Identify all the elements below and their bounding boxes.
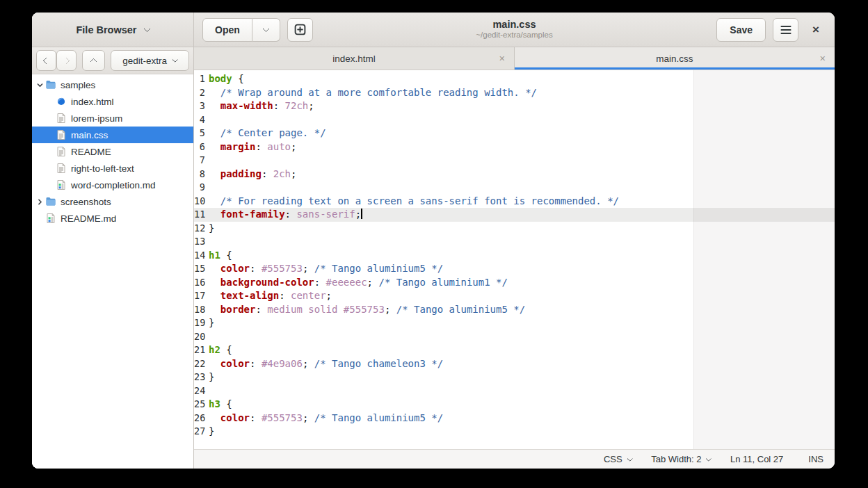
tab-width-selector[interactable]: Tab Width: 2 [651,454,711,464]
new-tab-icon [294,24,306,35]
line-number: 1 [194,72,209,86]
line-number: 2 [194,86,209,100]
line-number: 13 [194,235,209,249]
line-number: 3 [194,99,209,113]
line-number: 8 [194,168,209,181]
tab-main.css[interactable]: main.css× [514,47,835,70]
menu-button[interactable] [773,18,798,42]
gedit-window: File Browser gedit-extra samplesindex.ht… [32,13,835,469]
file-browser-panel: File Browser gedit-extra samplesindex.ht… [32,13,194,469]
tab-label: index.html [332,54,376,64]
chevron-down-icon[interactable] [35,81,45,89]
tree-item-samples[interactable]: samples [32,76,193,93]
line-number: 26 [194,412,209,425]
tree-item-label: main.css [71,130,108,140]
line-number: 16 [194,276,209,290]
new-tab-button[interactable] [287,18,313,42]
line-number: 17 [194,289,209,303]
editor[interactable]: 1body {2 /* Wrap around at a more comfor… [194,70,835,449]
location-label: gedit-extra [122,56,167,66]
file-tree: samplesindex.htmllorem-ipsummain.cssREAD… [32,74,193,469]
window-title-area: main.css ~/gedit-extra/samples [476,19,552,40]
line-number: 24 [194,384,209,398]
tree-item-README.md[interactable]: README.md [32,210,193,227]
open-recent-dropdown-button[interactable] [252,18,280,42]
text-icon [56,129,67,140]
hamburger-menu-icon [780,25,791,35]
open-split-button: Open [202,18,280,42]
line-number: 14 [194,249,209,263]
close-window-button[interactable]: × [805,18,826,42]
text-cursor [361,209,362,219]
forward-button[interactable] [56,50,77,71]
markdown-icon [56,179,67,190]
folder-icon [45,79,56,90]
tree-item-label: README [71,147,111,157]
tree-item-README[interactable]: README [32,143,193,160]
text-icon [56,163,67,174]
language-selector[interactable]: CSS [604,454,632,464]
tree-item-label: samples [61,80,95,90]
line-number: 22 [194,357,209,371]
panel-switcher-button[interactable]: File Browser [32,13,193,47]
tree-item-index.html[interactable]: index.html [32,93,193,110]
document-title: main.css [476,19,552,31]
tab-close-button[interactable]: × [820,53,826,64]
status-bar: CSS Tab Width: 2 Ln 11, Col 27 INS [194,449,835,469]
panel-title: File Browser [76,24,136,35]
open-button[interactable]: Open [202,18,252,42]
markdown-icon [45,213,56,224]
text-icon [56,113,67,124]
chevron-left-icon [43,57,50,64]
chevron-down-icon [143,25,150,32]
tree-item-screenshots[interactable]: screenshots [32,193,193,210]
tree-item-right-to-left-text[interactable]: right-to-left-text [32,160,193,177]
line-number: 23 [194,371,209,384]
file-browser-toolbar: gedit-extra [32,47,193,74]
text-icon [56,146,67,157]
tree-item-label: index.html [71,97,114,107]
tree-item-label: README.md [61,213,116,224]
line-number: 4 [194,113,209,127]
chevron-down-icon [706,455,712,461]
line-number: 11 [194,208,209,222]
folder-icon [45,196,56,207]
tab-bar: index.html×main.css× [194,47,835,70]
tab-label: main.css [656,54,693,64]
line-number: 9 [194,181,209,195]
tab-close-button[interactable]: × [499,53,505,64]
tree-item-label: screenshots [61,197,111,207]
line-number: 10 [194,195,209,209]
line-number: 19 [194,316,209,330]
chevron-right-icon [63,57,70,64]
line-number: 21 [194,343,209,357]
line-number: 5 [194,127,209,140]
tab-width-label: Tab Width: 2 [651,454,701,464]
back-button[interactable] [36,50,56,71]
line-number: 7 [194,154,209,168]
language-label: CSS [604,454,622,464]
history-button-group [36,50,77,71]
header-right-group: Save × [711,18,826,42]
tree-item-lorem-ipsum[interactable]: lorem-ipsum [32,110,193,127]
tab-index.html[interactable]: index.html× [194,47,514,70]
html-icon [56,96,67,107]
chevron-down-icon [262,25,269,32]
chevron-right-icon[interactable] [35,198,45,206]
line-number: 27 [194,425,209,439]
line-number: 18 [194,303,209,317]
location-dropdown[interactable]: gedit-extra [111,50,189,71]
save-button[interactable]: Save [716,18,766,42]
chevron-down-icon [172,57,178,63]
line-number: 20 [194,330,209,344]
insert-mode-label: INS [808,454,823,464]
cursor-position-button[interactable]: Ln 11, Col 27 [730,454,783,464]
line-number: 12 [194,222,209,236]
line-number: 15 [194,262,209,276]
tree-item-main.css[interactable]: main.css [32,127,193,143]
document-path: ~/gedit-extra/samples [476,31,552,40]
parent-folder-button[interactable] [82,50,105,71]
tree-item-word-completion.md[interactable]: word-completion.md [32,177,193,193]
header-bar: Open main.css ~/gedit-extra/samples Save… [194,13,835,47]
close-icon: × [812,23,819,37]
